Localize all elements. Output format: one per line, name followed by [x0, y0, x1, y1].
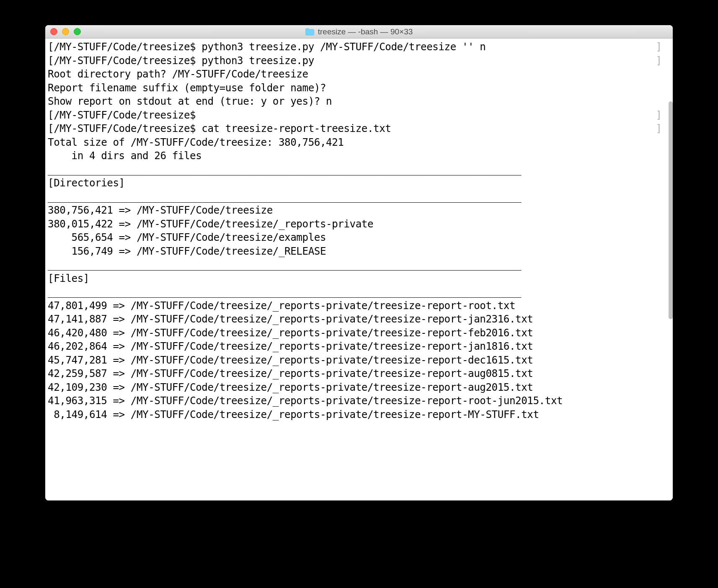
terminal-line[interactable]: [/MY-STUFF/Code/treesize$ python3 treesi… — [48, 40, 670, 54]
terminal-line[interactable]: Show report on stdout at end (true: y or… — [48, 95, 670, 108]
terminal-line[interactable]: [Files] — [48, 272, 670, 286]
terminal-line[interactable]: 42,109,230 => /MY-STUFF/Code/treesize/_r… — [48, 381, 670, 395]
terminal-line[interactable]: [/MY-STUFF/Code/treesize$ cat treesize-r… — [48, 122, 670, 136]
terminal-line[interactable]: 47,801,499 => /MY-STUFF/Code/treesize/_r… — [48, 299, 670, 313]
terminal-line[interactable]: 46,420,480 => /MY-STUFF/Code/treesize/_r… — [48, 326, 670, 340]
close-icon[interactable] — [50, 28, 57, 35]
line-bracket-icon: ] — [656, 108, 662, 122]
terminal-line[interactable]: [/MY-STUFF/Code/treesize$ python3 treesi… — [48, 54, 670, 68]
terminal-line[interactable]: 47,141,887 => /MY-STUFF/Code/treesize/_r… — [48, 312, 670, 326]
terminal-lines[interactable]: [/MY-STUFF/Code/treesize$ python3 treesi… — [48, 40, 670, 421]
terminal-line[interactable]: [Directories] — [48, 176, 670, 190]
scrollbar-thumb[interactable] — [669, 101, 673, 319]
minimize-icon[interactable] — [62, 28, 69, 35]
terminal-line[interactable]: ________________________________________… — [48, 285, 670, 299]
terminal-line[interactable]: 45,747,281 => /MY-STUFF/Code/treesize/_r… — [48, 353, 670, 367]
terminal-line[interactable]: 380,756,421 => /MY-STUFF/Code/treesize — [48, 204, 670, 217]
terminal-line[interactable]: Root directory path? /MY-STUFF/Code/tree… — [48, 67, 670, 81]
window-title: treesize — -bash — 90×33 — [305, 27, 413, 36]
terminal-line[interactable]: 41,963,315 => /MY-STUFF/Code/treesize/_r… — [48, 394, 670, 408]
terminal-line[interactable]: ________________________________________… — [48, 258, 670, 272]
terminal-line[interactable]: 156,749 => /MY-STUFF/Code/treesize/_RELE… — [48, 245, 670, 258]
terminal-line[interactable]: 8,149,614 => /MY-STUFF/Code/treesize/_re… — [48, 408, 670, 422]
line-bracket-icon: ] — [656, 122, 662, 136]
titlebar[interactable]: treesize — -bash — 90×33 — [45, 25, 673, 39]
folder-icon — [305, 28, 315, 36]
traffic-lights — [45, 28, 81, 35]
line-bracket-icon: ] — [656, 54, 662, 68]
maximize-icon[interactable] — [74, 28, 81, 35]
terminal-line[interactable]: Report filename suffix (empty=use folder… — [48, 81, 670, 95]
terminal-line[interactable]: ________________________________________… — [48, 190, 670, 204]
terminal-window: treesize — -bash — 90×33 [/MY-STUFF/Code… — [45, 25, 673, 500]
line-bracket-icon: ] — [656, 40, 662, 54]
terminal-line[interactable]: Total size of /MY-STUFF/Code/treesize: 3… — [48, 136, 670, 150]
terminal-line[interactable]: 42,259,587 => /MY-STUFF/Code/treesize/_r… — [48, 367, 670, 381]
terminal-line[interactable]: 565,654 => /MY-STUFF/Code/treesize/examp… — [48, 231, 670, 245]
terminal-content[interactable]: [/MY-STUFF/Code/treesize$ python3 treesi… — [45, 39, 673, 500]
terminal-line[interactable]: [/MY-STUFF/Code/treesize$ — [48, 108, 670, 122]
terminal-line[interactable]: in 4 dirs and 26 files — [48, 149, 670, 163]
terminal-line[interactable]: 46,202,864 => /MY-STUFF/Code/treesize/_r… — [48, 340, 670, 353]
terminal-line[interactable]: 380,015,422 => /MY-STUFF/Code/treesize/_… — [48, 217, 670, 231]
title-text: treesize — -bash — 90×33 — [318, 27, 413, 36]
terminal-line[interactable]: ________________________________________… — [48, 163, 670, 177]
